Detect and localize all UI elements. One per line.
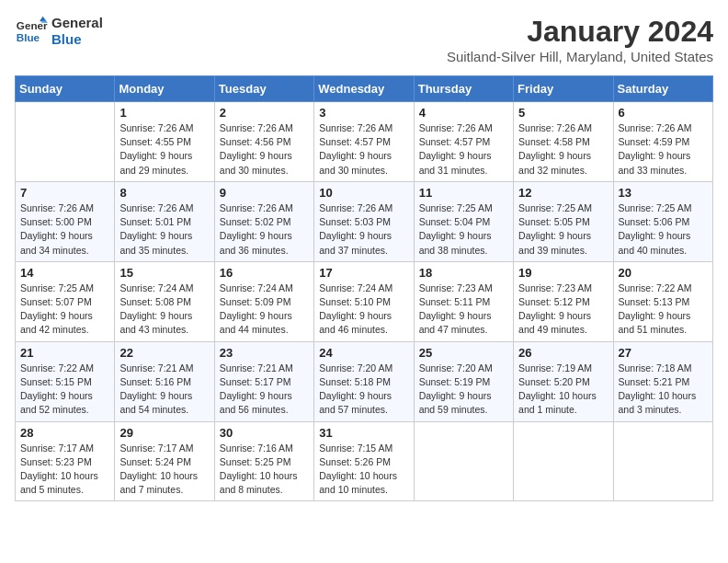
calendar-week-row: 14Sunrise: 7:25 AMSunset: 5:07 PMDayligh… (16, 261, 713, 341)
calendar-week-row: 7Sunrise: 7:26 AMSunset: 5:00 PMDaylight… (16, 181, 713, 261)
page-header: General Blue General Blue January 2024 S… (15, 15, 713, 64)
calendar-cell: 8Sunrise: 7:26 AMSunset: 5:01 PMDaylight… (115, 181, 214, 261)
day-info: Sunrise: 7:23 AMSunset: 5:11 PMDaylight:… (419, 282, 508, 338)
calendar-cell: 30Sunrise: 7:16 AMSunset: 5:25 PMDayligh… (214, 421, 313, 501)
day-info: Sunrise: 7:22 AMSunset: 5:15 PMDaylight:… (20, 362, 109, 418)
day-info: Sunrise: 7:25 AMSunset: 5:06 PMDaylight:… (619, 201, 708, 258)
calendar-cell: 26Sunrise: 7:19 AMSunset: 5:20 PMDayligh… (514, 341, 613, 421)
calendar-cell: 16Sunrise: 7:24 AMSunset: 5:09 PMDayligh… (214, 261, 313, 341)
calendar-cell: 3Sunrise: 7:26 AMSunset: 4:57 PMDaylight… (314, 102, 414, 182)
day-info: Sunrise: 7:24 AMSunset: 5:08 PMDaylight:… (119, 282, 209, 338)
day-info: Sunrise: 7:26 AMSunset: 4:59 PMDaylight:… (619, 121, 708, 178)
weekday-header-saturday: Saturday (613, 76, 712, 102)
day-info: Sunrise: 7:26 AMSunset: 5:02 PMDaylight:… (220, 201, 309, 258)
location-title: Suitland-Silver Hill, Maryland, United S… (447, 49, 713, 64)
weekday-header-monday: Monday (115, 76, 214, 102)
day-info: Sunrise: 7:21 AMSunset: 5:17 PMDaylight:… (220, 362, 309, 418)
calendar-cell: 18Sunrise: 7:23 AMSunset: 5:11 PMDayligh… (414, 261, 513, 341)
calendar-cell: 20Sunrise: 7:22 AMSunset: 5:13 PMDayligh… (613, 261, 712, 341)
calendar-cell: 1Sunrise: 7:26 AMSunset: 4:55 PMDaylight… (115, 102, 214, 182)
day-info: Sunrise: 7:26 AMSunset: 4:55 PMDaylight:… (119, 121, 209, 178)
day-number: 9 (220, 186, 309, 200)
day-number: 31 (319, 426, 408, 440)
svg-text:Blue: Blue (17, 31, 40, 43)
day-number: 3 (319, 106, 408, 120)
day-number: 28 (20, 426, 109, 440)
day-number: 11 (419, 186, 508, 200)
calendar-cell: 21Sunrise: 7:22 AMSunset: 5:15 PMDayligh… (16, 341, 115, 421)
day-number: 13 (619, 186, 708, 200)
day-info: Sunrise: 7:15 AMSunset: 5:26 PMDaylight:… (319, 442, 408, 498)
day-number: 10 (319, 186, 408, 200)
weekday-header-thursday: Thursday (414, 76, 513, 102)
calendar-cell: 22Sunrise: 7:21 AMSunset: 5:16 PMDayligh… (115, 341, 214, 421)
day-info: Sunrise: 7:26 AMSunset: 5:00 PMDaylight:… (20, 201, 109, 258)
day-info: Sunrise: 7:26 AMSunset: 4:58 PMDaylight:… (518, 121, 608, 178)
day-number: 4 (419, 106, 508, 120)
logo-general: General (51, 15, 103, 31)
day-number: 24 (319, 346, 408, 360)
calendar-cell: 24Sunrise: 7:20 AMSunset: 5:18 PMDayligh… (314, 341, 414, 421)
calendar-cell: 17Sunrise: 7:24 AMSunset: 5:10 PMDayligh… (314, 261, 414, 341)
day-info: Sunrise: 7:24 AMSunset: 5:09 PMDaylight:… (220, 282, 309, 338)
day-number: 1 (119, 106, 209, 120)
weekday-header-tuesday: Tuesday (214, 76, 313, 102)
calendar-week-row: 21Sunrise: 7:22 AMSunset: 5:15 PMDayligh… (16, 341, 713, 421)
day-info: Sunrise: 7:23 AMSunset: 5:12 PMDaylight:… (518, 282, 608, 338)
day-number: 17 (319, 266, 408, 280)
day-info: Sunrise: 7:20 AMSunset: 5:19 PMDaylight:… (419, 362, 508, 418)
day-info: Sunrise: 7:17 AMSunset: 5:23 PMDaylight:… (20, 442, 109, 498)
day-number: 5 (518, 106, 608, 120)
calendar-cell: 14Sunrise: 7:25 AMSunset: 5:07 PMDayligh… (16, 261, 115, 341)
calendar-cell (613, 421, 712, 501)
day-number: 16 (220, 266, 309, 280)
day-number: 15 (119, 266, 209, 280)
day-number: 6 (619, 106, 708, 120)
calendar-cell (414, 421, 513, 501)
calendar-cell: 9Sunrise: 7:26 AMSunset: 5:02 PMDaylight… (214, 181, 313, 261)
calendar-cell: 25Sunrise: 7:20 AMSunset: 5:19 PMDayligh… (414, 341, 513, 421)
calendar-cell: 29Sunrise: 7:17 AMSunset: 5:24 PMDayligh… (115, 421, 214, 501)
day-info: Sunrise: 7:26 AMSunset: 4:56 PMDaylight:… (220, 121, 309, 178)
logo-icon: General Blue (15, 15, 48, 48)
calendar-cell: 28Sunrise: 7:17 AMSunset: 5:23 PMDayligh… (16, 421, 115, 501)
month-title: January 2024 (447, 15, 713, 49)
day-number: 18 (419, 266, 508, 280)
day-info: Sunrise: 7:19 AMSunset: 5:20 PMDaylight:… (518, 362, 608, 418)
day-number: 29 (119, 426, 209, 440)
day-number: 20 (619, 266, 708, 280)
day-number: 25 (419, 346, 508, 360)
calendar-cell: 23Sunrise: 7:21 AMSunset: 5:17 PMDayligh… (214, 341, 313, 421)
day-number: 7 (20, 186, 109, 200)
day-info: Sunrise: 7:22 AMSunset: 5:13 PMDaylight:… (619, 282, 708, 338)
day-info: Sunrise: 7:26 AMSunset: 4:57 PMDaylight:… (319, 121, 408, 178)
calendar-cell: 7Sunrise: 7:26 AMSunset: 5:00 PMDaylight… (16, 181, 115, 261)
day-number: 27 (619, 346, 708, 360)
day-number: 2 (220, 106, 309, 120)
weekday-header-sunday: Sunday (16, 76, 115, 102)
calendar-cell: 6Sunrise: 7:26 AMSunset: 4:59 PMDaylight… (613, 102, 712, 182)
day-info: Sunrise: 7:17 AMSunset: 5:24 PMDaylight:… (119, 442, 209, 498)
day-info: Sunrise: 7:25 AMSunset: 5:05 PMDaylight:… (518, 201, 608, 258)
day-number: 22 (119, 346, 209, 360)
day-number: 23 (220, 346, 309, 360)
logo-blue: Blue (51, 31, 103, 48)
calendar-cell: 31Sunrise: 7:15 AMSunset: 5:26 PMDayligh… (314, 421, 414, 501)
calendar-week-row: 1Sunrise: 7:26 AMSunset: 4:55 PMDaylight… (16, 102, 713, 182)
logo: General Blue General Blue (15, 15, 103, 48)
calendar-cell: 12Sunrise: 7:25 AMSunset: 5:05 PMDayligh… (514, 181, 613, 261)
calendar-table: SundayMondayTuesdayWednesdayThursdayFrid… (15, 75, 713, 501)
calendar-cell: 19Sunrise: 7:23 AMSunset: 5:12 PMDayligh… (514, 261, 613, 341)
calendar-cell: 10Sunrise: 7:26 AMSunset: 5:03 PMDayligh… (314, 181, 414, 261)
day-number: 26 (518, 346, 608, 360)
day-number: 14 (20, 266, 109, 280)
day-info: Sunrise: 7:26 AMSunset: 4:57 PMDaylight:… (419, 121, 508, 178)
calendar-week-row: 28Sunrise: 7:17 AMSunset: 5:23 PMDayligh… (16, 421, 713, 501)
day-number: 30 (220, 426, 309, 440)
calendar-cell: 15Sunrise: 7:24 AMSunset: 5:08 PMDayligh… (115, 261, 214, 341)
calendar-cell: 11Sunrise: 7:25 AMSunset: 5:04 PMDayligh… (414, 181, 513, 261)
day-info: Sunrise: 7:26 AMSunset: 5:01 PMDaylight:… (119, 201, 209, 258)
day-info: Sunrise: 7:16 AMSunset: 5:25 PMDaylight:… (220, 442, 309, 498)
calendar-cell (514, 421, 613, 501)
calendar-cell: 2Sunrise: 7:26 AMSunset: 4:56 PMDaylight… (214, 102, 313, 182)
